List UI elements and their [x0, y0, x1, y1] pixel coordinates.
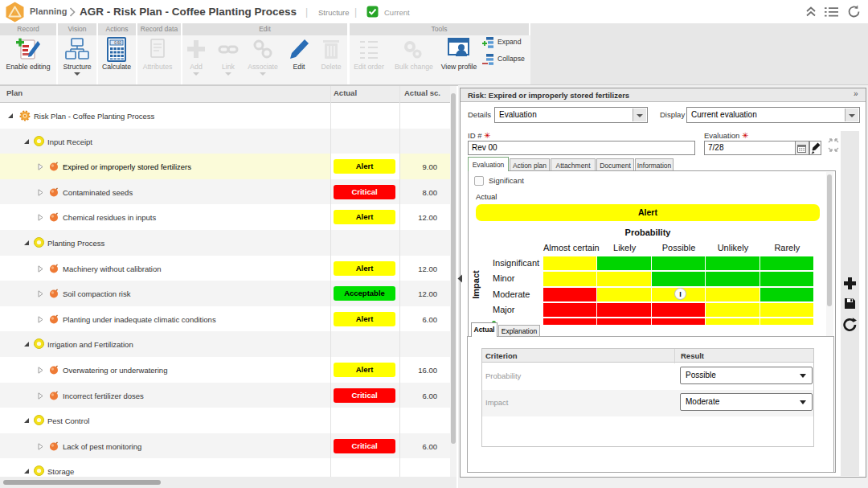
svg-text:0.60: 0.60	[114, 41, 121, 45]
